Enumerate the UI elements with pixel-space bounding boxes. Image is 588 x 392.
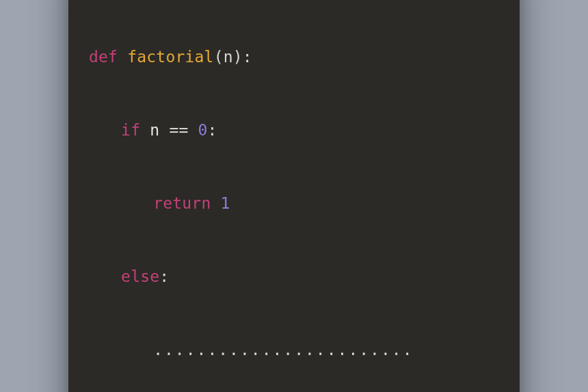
- keyword-return: return: [153, 194, 211, 212]
- rparen: ): [233, 48, 243, 66]
- code-block: def factorial(n): if n == 0: return 1 el…: [89, 0, 499, 392]
- keyword-if: if: [121, 121, 140, 139]
- op-eq: ==: [169, 121, 188, 139]
- colon: :: [208, 121, 217, 139]
- code-line-2: if n == 0:: [89, 118, 499, 143]
- code-line-5: ........................: [89, 338, 499, 363]
- keyword-def: def: [89, 48, 118, 66]
- function-name: factorial: [127, 48, 213, 66]
- number-1: 1: [221, 194, 230, 212]
- code-line-1: def factorial(n):: [89, 45, 499, 70]
- code-line-4: else:: [89, 265, 499, 289]
- keyword-else: else: [121, 267, 159, 285]
- code-window: def factorial(n): if n == 0: return 1 el…: [68, 0, 520, 392]
- code-line-3: return 1: [89, 192, 499, 216]
- number-0: 0: [198, 121, 208, 139]
- var-n: n: [150, 121, 159, 139]
- ellipsis-dots: ........................: [153, 341, 413, 358]
- colon: :: [159, 267, 169, 285]
- param-n: n: [224, 48, 233, 66]
- colon: :: [243, 48, 252, 66]
- lparen: (: [214, 48, 224, 66]
